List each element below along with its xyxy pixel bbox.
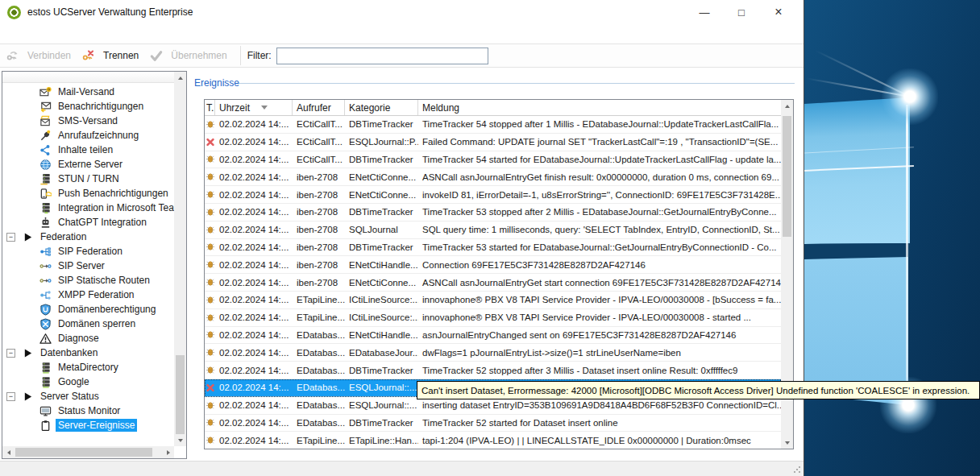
table-row[interactable]: 02.02.2024 14:... ECtiCallT... ESQLJourn… [205,134,781,151]
scrollbar-thumb[interactable] [15,448,152,457]
sidebar-item-sms-versand[interactable]: SMS-Versand [2,114,174,128]
bug-icon [205,365,215,375]
tree-horizontal-scrollbar[interactable] [2,446,174,458]
table-row[interactable]: 02.02.2024 14:... ETapiLine... ETapiLine… [205,432,781,449]
column-header-t[interactable]: T... [205,100,215,115]
sidebar-item-federation[interactable]: Federation [2,230,174,244]
maximize-button[interactable]: □ [723,0,760,24]
menu-extras[interactable] [19,31,35,36]
share-content-icon [39,143,52,156]
bug-icon [205,207,215,217]
bug-icon [205,400,215,411]
scroll-right-arrow-icon[interactable] [162,446,174,458]
menu-hilfe[interactable] [52,31,68,36]
sidebar-item-sip-statische-routen[interactable]: SIP Statische Routen [2,273,174,288]
collapse-toggle[interactable] [6,233,15,242]
scroll-down-arrow-icon[interactable] [781,437,793,449]
bug-icon [205,329,215,340]
table-row[interactable]: 02.02.2024 14:... iben-2708 ENetCtiConne… [205,168,781,186]
scrollbar-thumb[interactable] [176,355,185,434]
table-row[interactable]: 02.02.2024 14:... EDatabas... DBTimeTrac… [205,415,781,433]
bug-icon [205,154,215,164]
toolbar: Verbinden Trennen Übernehmen Filter: [0,43,804,68]
column-header-kategorie[interactable]: Kategorie [345,100,418,115]
sidebar-item-sip-server[interactable]: SIP Server [2,259,174,273]
toolbar-button-bernehmen[interactable]: Übernehmen [150,49,226,62]
column-header-meldung[interactable]: Meldung [418,100,781,115]
table-row[interactable]: 02.02.2024 14:... iben-2708 ENetCtiHandl… [205,256,781,274]
sidebar-item-status-monitor[interactable]: Status Monitor [2,404,174,418]
bug-icon [205,242,215,252]
sidebar-item-dom-nen-sperren[interactable]: Domänen sperren [2,317,174,331]
sidebar-item-xmpp-federation[interactable]: XMPP Federation [2,288,174,302]
close-button[interactable]: × [760,0,797,24]
status-monitor-icon [39,404,52,417]
table-row[interactable]: 02.02.2024 14:... iben-2708 ENetCtiConne… [205,274,781,292]
database-server-icon [39,375,52,388]
domain-permission-shield-icon [39,303,52,316]
table-row[interactable]: 02.02.2024 14:... EDatabas... DBTimeTrac… [205,362,781,379]
toolbar-button-trennen[interactable]: Trennen [82,49,139,62]
tree-vertical-scrollbar[interactable] [174,72,186,446]
stun-turn-server-icon [39,172,52,185]
filter-label: Filter: [247,50,272,61]
bug-icon [205,295,215,305]
collapse-toggle[interactable] [6,392,15,401]
table-row[interactable]: 02.02.2024 14:... iben-2708 DBTimeTracke… [205,239,781,257]
sidebar-item-google[interactable]: Google [2,375,174,389]
scroll-up-arrow-icon[interactable] [781,100,793,112]
navigation-tree-panel: Mail-Versand Benachrichtigungen SMS-Vers… [2,71,187,459]
error-icon [205,383,215,393]
light-glow [882,68,938,125]
sidebar-item-sip-federation[interactable]: SIP Federation [2,244,174,259]
sidebar-item-mail-versand[interactable]: Mail-Versand [2,85,174,99]
sidebar-item-anrufaufzeichnung[interactable]: Anrufaufzeichnung [2,128,174,143]
tree-header [2,72,174,83]
table-row[interactable]: 02.02.2024 14:... ECtiCallT... DBTimeTra… [205,116,781,134]
push-notification-icon [39,187,52,200]
server-events-clipboard-icon [39,419,52,432]
filter-input[interactable] [276,48,488,64]
sidebar-item-push-benachrichtigungen[interactable]: Push Benachrichtigungen [2,186,174,201]
sidebar-item-stun-turn[interactable]: STUN / TURN [2,172,174,186]
column-header-uhrzeit[interactable]: Uhrzeit [215,100,293,115]
toolbar-button-verbinden[interactable]: Verbinden [6,49,71,62]
chatgpt-robot-icon [39,216,52,229]
sidebar-item-integration-in-microsoft-teams[interactable]: Integration in Microsoft Teams [2,201,174,215]
table-row[interactable]: 02.02.2024 14:... iben-2708 ENetCtiConne… [205,186,781,204]
sip-link-icon [39,259,52,272]
collapse-toggle[interactable] [6,349,15,358]
menu-ansicht[interactable] [35,31,52,36]
menu-datei[interactable] [3,31,19,36]
sidebar-item-benachrichtigungen[interactable]: Benachrichtigungen [2,99,174,114]
scrollbar-thumb[interactable] [783,116,791,237]
table-row[interactable]: 02.02.2024 14:... ETapiLine... ICtiLineS… [205,309,781,327]
table-row[interactable]: 02.02.2024 14:... EDatabas... EDatabaseJ… [205,344,781,362]
scroll-left-arrow-icon[interactable] [2,446,15,458]
sidebar-item-inhalte-teilen[interactable]: Inhalte teilen [2,143,174,157]
sidebar-item-datenbanken[interactable]: Datenbanken [2,346,174,360]
minimize-button[interactable]: — [686,0,723,24]
table-row[interactable]: 02.02.2024 14:... ECtiCallT... DBTimeTra… [205,151,781,169]
table-row[interactable]: 02.02.2024 14:... EDatabas... ESQLJourna… [205,397,781,415]
apply-check-icon [150,49,163,62]
sidebar-item-diagnose[interactable]: Diagnose [2,331,174,346]
sidebar-item-externe-server[interactable]: Externe Server [2,157,174,172]
sidebar-item-dom-nenberechtigung[interactable]: Domänenberechtigung [2,302,174,317]
scroll-up-arrow-icon[interactable] [174,72,186,84]
sidebar-item-server-status[interactable]: Server Status [2,389,174,404]
table-row[interactable]: 02.02.2024 14:... ETapiLine... ICtiLineS… [205,292,781,309]
toolbar-separator [240,46,241,65]
resize-grip[interactable] [793,466,801,474]
table-row[interactable]: 02.02.2024 14:... iben-2708 DBTimeTracke… [205,204,781,221]
sidebar-item-chatgpt-integration[interactable]: ChatGPT Integration [2,215,174,230]
bug-icon [205,435,215,445]
column-header-aufrufer[interactable]: Aufrufer [293,100,345,115]
window-controls: — □ × [686,0,797,24]
connect-key-icon [6,49,19,62]
sidebar-item-server-ereignisse[interactable]: Server-Ereignisse [2,418,174,433]
sidebar-item-metadirectory[interactable]: MetaDirectory [2,360,174,375]
table-row[interactable]: 02.02.2024 14:... iben-2708 SQLJournal S… [205,221,781,239]
scroll-down-arrow-icon[interactable] [174,434,186,446]
table-row[interactable]: 02.02.2024 14:... EDatabas... ENetCtiHan… [205,327,781,345]
